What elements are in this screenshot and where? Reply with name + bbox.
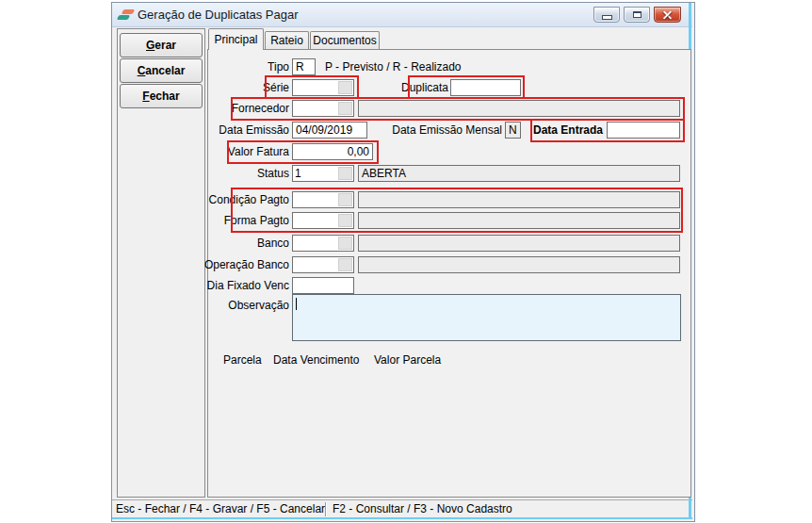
duplicata-label: Duplicata [359,79,448,96]
row-tipo: Tipo P - Previsto / R - Realizado [208,58,689,75]
fechar-button-accesskey: F [142,90,149,103]
dia-fixado-venc-label: Dia Fixado Venc [186,277,289,294]
data-vencimento-column-header: Data Vencimento [273,353,359,367]
forma-pagto-input[interactable] [293,213,337,228]
fechar-button-label: echar [150,90,180,103]
gerar-button[interactable]: Gerar [120,33,203,57]
close-button[interactable] [654,7,681,23]
forma-pagto-display [358,212,680,229]
gerar-button-accesskey: G [146,39,154,52]
app-icon-orange-shape [122,9,135,14]
forma-pagto-lookup-button[interactable] [338,214,352,227]
tab-panel-principal: Tipo P - Previsto / R - Realizado Série … [207,49,691,498]
operacao-banco-input[interactable] [293,257,337,272]
row-serie-duplicata: Série Duplicata [208,79,689,96]
data-emissao-mensal-input[interactable] [505,122,521,139]
row-condicao-pagto: Condição Pagto [208,191,689,208]
data-emissao-mensal-label: Data Emissão Mensal [370,122,502,139]
cancelar-button-accesskey: C [138,64,146,77]
condicao-pagto-label: Condição Pagto [186,191,289,208]
fornecedor-field [292,100,354,117]
tab-rateio[interactable]: Rateio [265,31,309,50]
tab-control: Principal Rateio Documentos Tipo P - Pre… [207,28,691,498]
row-dia-fixado-venc: Dia Fixado Venc [208,277,689,294]
row-status: Status ABERTA [208,165,689,182]
valor-fatura-input[interactable] [292,143,373,160]
row-operacao-banco: Operação Banco [208,256,689,273]
app-layers-icon [118,7,134,22]
minimize-icon [602,15,612,20]
row-forma-pagto: Forma Pagto [208,212,689,229]
tab-principal[interactable]: Principal [208,28,264,50]
tipo-label: Tipo [186,58,289,75]
observacao-field [292,294,681,341]
parcela-column-header: Parcela [223,353,262,367]
status-display: ABERTA [358,165,680,182]
forma-pagto-field [292,212,354,229]
forma-pagto-label: Forma Pagto [186,212,289,229]
banco-label: Banco [186,235,289,252]
condicao-pagto-field [292,191,354,208]
condicao-pagto-input[interactable] [293,192,337,207]
condicao-pagto-display [358,191,680,208]
data-emissao-input[interactable] [292,122,367,139]
status-label: Status [186,165,289,182]
tipo-hint: P - Previsto / R - Realizado [325,58,462,75]
cancelar-button-label: ancelar [145,64,185,77]
serie-lookup-button[interactable] [338,81,352,94]
banco-input[interactable] [293,236,337,251]
operacao-banco-display [358,256,680,273]
data-entrada-input[interactable] [607,122,680,139]
observacao-label: Observação [186,297,289,314]
banco-field [292,235,354,252]
close-icon [662,9,673,20]
serie-label: Série [186,79,289,96]
tab-documentos[interactable]: Documentos [310,31,380,50]
operacao-banco-field [292,256,354,273]
fornecedor-label: Fornecedor [186,100,289,117]
statusbar-shortcuts-left: Esc - Fechar / F4 - Gravar / F5 - Cancel… [116,500,325,518]
window-title: Geração de Duplicatas Pagar [138,3,299,26]
window-titlebar[interactable]: Geração de Duplicatas Pagar [112,3,692,27]
caption-buttons [593,7,681,23]
tipo-input[interactable] [292,58,316,75]
parcelas-header-row: Parcela Data Vencimento Valor Parcela [208,353,689,368]
statusbar-shortcuts-right: F2 - Consultar / F3 - Novo Cadastro [333,500,512,518]
operacao-banco-lookup-button[interactable] [338,258,352,271]
maximize-button[interactable] [624,7,650,23]
banco-display [358,235,680,252]
valor-fatura-label: Valor Fatura [186,143,289,160]
row-banco: Banco [208,235,689,252]
duplicata-input[interactable] [450,79,521,96]
statusbar-divider [325,502,326,516]
status-input[interactable] [293,166,337,181]
gerar-button-label: erar [154,39,176,52]
status-bar: Esc - Fechar / F4 - Gravar / F5 - Cancel… [112,499,692,518]
status-lookup-button[interactable] [338,167,352,180]
window-frame-bottom-accent [112,517,692,519]
row-valor-fatura: Valor Fatura [208,143,689,160]
row-datas: Data Emissão Data Emissão Mensal Data En… [208,122,689,139]
app-window: Geração de Duplicatas Pagar Gerar Cancel… [111,2,695,522]
restore-icon [633,11,641,18]
fornecedor-display [358,100,680,117]
status-field [292,165,354,182]
fornecedor-lookup-button[interactable] [338,102,352,115]
observacao-textarea[interactable] [292,294,681,341]
app-icon-teal-shape [117,15,130,20]
data-emissao-label: Data Emissão [186,122,289,139]
serie-input[interactable] [293,80,337,95]
condicao-pagto-lookup-button[interactable] [338,193,352,206]
operacao-banco-label: Operação Banco [186,256,289,273]
data-entrada-label: Data Entrada [524,122,603,139]
valor-parcela-column-header: Valor Parcela [374,353,441,367]
banco-lookup-button[interactable] [338,237,352,250]
minimize-button[interactable] [593,7,620,23]
dia-fixado-venc-input[interactable] [292,277,354,294]
fornecedor-input[interactable] [293,101,337,116]
serie-field [292,79,354,96]
row-fornecedor: Fornecedor [208,100,689,117]
